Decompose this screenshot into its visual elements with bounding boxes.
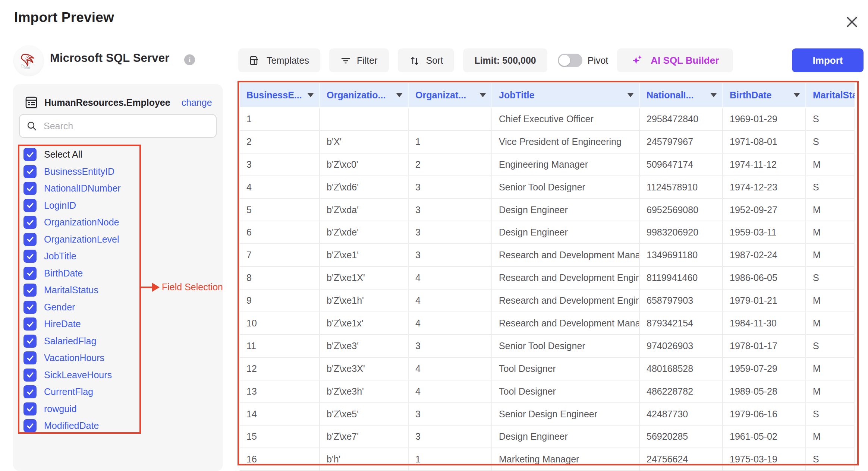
search-input[interactable] [43,120,209,132]
chevron-down-icon[interactable] [793,93,800,97]
table-cell: Research and Development Manager [492,312,639,335]
field-item[interactable]: NationalIDNumber [18,180,141,197]
field-item[interactable]: SickLeaveHours [18,367,141,384]
field-label: Select All [44,149,82,160]
pivot-toggle[interactable] [558,54,582,67]
chevron-down-icon[interactable] [307,93,314,97]
table-cell: Tool Designer [492,380,639,403]
table-cell: M [806,380,855,403]
close-icon[interactable] [843,13,861,31]
table-cell: 486228782 [639,380,723,403]
table-row[interactable]: 14b'Z\xe5'3Senior Design Engineer4248773… [240,403,855,426]
checkbox-checked-icon[interactable] [23,182,37,195]
table-cell: 1987-02-24 [723,244,806,266]
table-cell: b'Z\xc0' [320,153,408,176]
table-row[interactable]: 11b'Z\xe3'3Senior Tool Designer974026903… [240,335,855,357]
chevron-down-icon[interactable] [396,93,403,97]
table-row[interactable]: 2b'X'1Vice President of Engineering24579… [240,130,855,153]
chevron-down-icon[interactable] [627,93,634,97]
templates-button[interactable]: Templates [238,48,320,72]
field-item[interactable]: Gender [18,299,141,316]
chevron-down-icon[interactable] [710,93,717,97]
checkbox-checked-icon[interactable] [23,301,37,314]
table-cell: 1979-01-21 [723,289,806,312]
checkbox-checked-icon[interactable] [23,402,37,415]
field-item[interactable]: HireDate [18,316,141,333]
field-item[interactable]: OrganizationLevel [18,231,141,248]
field-item[interactable]: BusinessEntityID [18,163,141,180]
table-row[interactable]: 13b'Z\xe3h'4Tool Designer4862287821989-0… [240,380,855,403]
table-row[interactable]: 3b'Z\xc0'2Engineering Manager50964717419… [240,153,855,176]
column-header[interactable]: NationalI... [639,83,723,108]
field-item[interactable]: OrganizationNode [18,214,141,231]
table-cell: 245797967 [639,130,723,153]
checkbox-checked-icon[interactable] [23,233,37,246]
column-header[interactable]: Organizatio... [320,83,408,108]
table-cell: 1959-07-29 [723,357,806,380]
search-box[interactable] [19,114,217,138]
field-item[interactable]: CurrentFlag [18,383,141,401]
checkbox-checked-icon[interactable] [23,351,37,364]
field-item[interactable]: JobTitle [18,248,141,265]
field-item[interactable]: SalariedFlag [18,333,141,350]
table-cell: 3 [408,425,492,448]
toolbar: Templates Filter Sort Limit: 500,000 Piv… [238,48,733,72]
table-cell: 14 [240,403,320,426]
column-header[interactable]: JobTitle [492,83,639,108]
field-item[interactable]: LoginID [18,197,141,214]
info-icon[interactable]: i [184,54,195,65]
filter-button[interactable]: Filter [329,48,389,72]
table-row[interactable]: 12b'Z\xe3X'4Tool Designer4801685281959-0… [240,357,855,380]
table-cell: 1 [408,130,492,153]
column-header[interactable]: MaritalStatus [806,83,855,108]
checkbox-checked-icon[interactable] [23,250,37,263]
table-cell: S [806,335,855,357]
select-all-item[interactable]: Select All [18,146,141,163]
checkbox-checked-icon[interactable] [23,165,37,178]
table-cell: S [806,403,855,426]
limit-button[interactable]: Limit: 500,000 [463,48,547,72]
templates-label: Templates [267,55,309,66]
table-row[interactable]: 10b'Z\xe1x'4Research and Development Man… [240,312,855,335]
import-button[interactable]: Import [792,48,864,72]
table-row[interactable]: 16b'h'1Marketing Manager247566241975-03-… [240,448,855,471]
chevron-down-icon[interactable] [479,93,486,97]
checkbox-checked-icon[interactable] [23,148,37,161]
table-row[interactable]: 1Chief Executive Officer29584728401969-0… [240,108,855,130]
page-title: Import Preview [14,10,114,25]
column-header[interactable]: BirthDate [723,83,806,108]
table-row[interactable]: 9b'Z\xe1h'4Research and Development Engi… [240,289,855,312]
table-cell: 24756624 [639,448,723,471]
checkbox-checked-icon[interactable] [23,419,37,432]
column-header-label: MaritalStatus [813,90,855,101]
sort-button[interactable]: Sort [398,48,455,72]
table-cell: 1971-08-01 [723,130,806,153]
field-label: NationalIDNumber [44,183,121,194]
table-row[interactable]: 8b'Z\xe1X'4Research and Development Engi… [240,266,855,289]
column-header[interactable]: BusinessE... [240,83,320,108]
checkbox-checked-icon[interactable] [23,199,37,212]
table-row[interactable]: 4b'Z\xd6'3Senior Tool Designer1124578910… [240,176,855,199]
field-item[interactable]: rowguid [18,401,141,418]
field-item[interactable]: BirthDate [18,265,141,282]
table-row[interactable]: 6b'Z\xde'3Design Engineer99832069201959-… [240,221,855,244]
checkbox-checked-icon[interactable] [23,267,37,280]
table-row[interactable]: 5b'Z\xda'3Design Engineer69525690801952-… [240,199,855,221]
field-item[interactable]: VacationHours [18,350,141,367]
change-link[interactable]: change [182,97,212,108]
table-row[interactable]: 7b'Z\xe1'3Research and Development Manag… [240,244,855,266]
filter-label: Filter [357,55,378,66]
column-header-label: JobTitle [499,90,534,101]
table-row[interactable]: 15b'Z\xe7'3Design Engineer569202851961-0… [240,425,855,448]
ai-sql-builder-button[interactable]: AI SQL Builder [617,48,733,72]
checkbox-checked-icon[interactable] [23,385,37,398]
field-item[interactable]: MaritalStatus [18,282,141,299]
checkbox-checked-icon[interactable] [23,369,37,382]
checkbox-checked-icon[interactable] [23,317,37,331]
column-header[interactable]: Organizat... [408,83,492,108]
checkbox-checked-icon[interactable] [23,284,37,297]
field-item[interactable]: ModifiedDate [18,417,141,434]
table-cell: 9 [240,289,320,312]
checkbox-checked-icon[interactable] [23,335,37,348]
checkbox-checked-icon[interactable] [23,216,37,229]
